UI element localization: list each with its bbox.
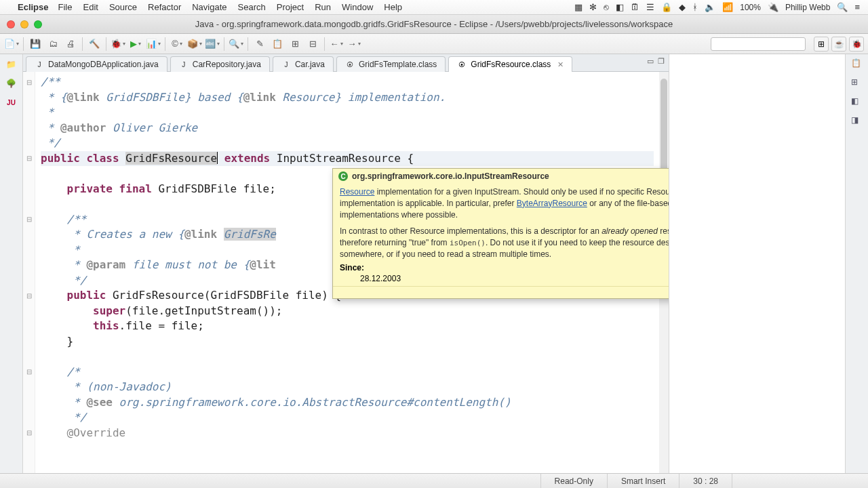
status-icon: 🗓	[631, 2, 639, 12]
debug-perspective-button[interactable]: 🐞	[849, 37, 864, 52]
java-file-icon: J	[35, 60, 44, 69]
javadoc-header: C org.springframework.core.io.InputStrea…	[333, 169, 669, 184]
run-button[interactable]: ▶	[128, 37, 143, 52]
view-icon[interactable]: ◧	[851, 96, 863, 108]
javadoc-since: Since: 28.12.2003	[333, 262, 669, 286]
toggle-button[interactable]: ✎	[252, 37, 267, 52]
left-trim: 📁 🌳 JU	[0, 54, 23, 473]
zoom-window-button[interactable]	[34, 20, 42, 28]
outline-panel	[669, 54, 845, 473]
menu-help[interactable]: Help	[384, 2, 402, 12]
menu-navigate[interactable]: Navigate	[192, 2, 226, 12]
back-button[interactable]: ←	[329, 37, 344, 52]
class-file-icon: ⦿	[457, 60, 467, 69]
tab-label: GridFsTemplate.class	[359, 60, 437, 69]
battery-icon: 🔌	[768, 2, 778, 12]
right-trim: 📋 ⊞ ◧ ◨	[845, 54, 868, 473]
menubar-right: ▦ ✻ ⎋ ◧ 🗓 ☰ 🔒 ◆ ᚼ 🔈 📶 100% 🔌 Phillip Web…	[574, 2, 860, 12]
main-area: 📁 🌳 JU JDataMongoDBApplication.java JCar…	[0, 54, 868, 473]
tab-carrepository[interactable]: JCarRepository.java	[170, 56, 270, 72]
app-name[interactable]: Eclipse	[18, 2, 49, 12]
menu-window[interactable]: Window	[342, 2, 373, 12]
java-file-icon: J	[179, 60, 189, 69]
volume-icon: 🔈	[705, 2, 715, 12]
perspective-switcher: ⊞ ☕ 🐞	[814, 37, 864, 52]
tab-tools: ▭ ❐	[647, 57, 665, 66]
view-icon[interactable]: ◨	[851, 115, 863, 127]
coverage-button[interactable]: 📊	[146, 37, 161, 52]
minimize-window-button[interactable]	[20, 20, 28, 28]
menu-source[interactable]: Source	[109, 2, 137, 12]
class-icon: C	[338, 171, 348, 181]
menu-file[interactable]: File	[58, 2, 73, 12]
battery-percent: 100%	[740, 3, 761, 12]
toggle-button[interactable]: ⊟	[305, 37, 320, 52]
javadoc-body: Resource implementation for a given Inpu…	[333, 184, 669, 262]
toggle-button[interactable]: ⊞	[288, 37, 302, 52]
status-icon: ☰	[646, 2, 654, 12]
type-hierarchy-icon[interactable]: 🌳	[5, 77, 18, 89]
junit-icon[interactable]: JU	[5, 96, 18, 108]
debug-button[interactable]: 🐞	[111, 37, 125, 52]
lock-icon: 🔒	[661, 2, 672, 12]
new-package-button[interactable]: 📦	[187, 37, 202, 52]
code-editor[interactable]: ⊟ ⊟ ⊟ ⊟ ⊟ ⊟ /** * {@link GridFSDBFile} b…	[23, 72, 669, 473]
java-file-icon: J	[281, 60, 291, 69]
javadoc-hover[interactable]: C org.springframework.core.io.InputStrea…	[332, 168, 669, 299]
forward-button[interactable]: →	[347, 37, 361, 52]
menu-edit[interactable]: Edit	[83, 2, 98, 12]
status-icon: ◆	[679, 2, 686, 12]
class-file-icon: ⦿	[345, 60, 355, 69]
status-icon: ▦	[574, 2, 583, 12]
status-readonly: Read-Only	[540, 474, 608, 488]
open-perspective-button[interactable]: ⊞	[814, 37, 829, 52]
tab-car[interactable]: JCar.java	[273, 56, 334, 72]
traffic-lights	[0, 20, 42, 28]
javadoc-fqn: org.springframework.core.io.InputStreamR…	[352, 171, 549, 181]
quick-access-input[interactable]	[711, 37, 806, 51]
bluetooth-icon: ᚼ	[692, 2, 698, 12]
tab-label: GridFsResource.class	[471, 60, 551, 69]
package-explorer-icon[interactable]: 📁	[5, 58, 18, 70]
tab-gridfsresource[interactable]: ⦿GridFsResource.class✕	[448, 56, 572, 72]
close-window-button[interactable]	[7, 20, 15, 28]
menu-project[interactable]: Project	[277, 2, 304, 12]
save-all-button[interactable]: 🗂	[45, 37, 60, 52]
task-list-icon[interactable]: 📋	[851, 58, 863, 70]
tab-gridfstemplate[interactable]: ⦿GridFsTemplate.class	[336, 56, 446, 72]
java-perspective-button[interactable]: ☕	[831, 37, 846, 52]
menu-search[interactable]: Search	[238, 2, 266, 12]
status-icon: ⎋	[604, 2, 609, 12]
menu-refactor[interactable]: Refactor	[148, 2, 181, 12]
tab-label: DataMongoDBApplication.java	[48, 60, 159, 69]
search-button[interactable]: 🔍	[229, 37, 243, 52]
editor-area: JDataMongoDBApplication.java JCarReposit…	[23, 54, 669, 473]
new-class-button[interactable]: ©	[170, 37, 184, 52]
close-icon[interactable]: ✕	[557, 60, 564, 69]
print-button[interactable]: 🖨	[63, 37, 78, 52]
menu-run[interactable]: Run	[315, 2, 331, 12]
fold-column: ⊟ ⊟ ⊟ ⊟ ⊟ ⊟	[23, 72, 35, 473]
status-icon: ◧	[616, 2, 624, 12]
open-type-button[interactable]: 🔤	[205, 37, 220, 52]
new-button[interactable]: 📄	[4, 37, 19, 52]
tab-label: Car.java	[295, 60, 325, 69]
save-button[interactable]: 💾	[28, 37, 43, 52]
tab-label: CarRepository.java	[193, 60, 261, 69]
build-button[interactable]: 🔨	[87, 37, 102, 52]
tab-datamongodbapplication[interactable]: JDataMongoDBApplication.java	[26, 56, 167, 72]
spotlight-icon[interactable]: 🔍	[837, 2, 848, 12]
minimize-view-icon[interactable]: ▭	[647, 57, 654, 66]
javadoc-link-bytearrayresource[interactable]: ByteArrayResource	[517, 199, 587, 208]
javadoc-link-resource[interactable]: Resource	[340, 187, 374, 197]
menu-icon[interactable]: ≡	[854, 2, 860, 12]
toggle-button[interactable]: 📋	[270, 37, 285, 52]
status-cursor-pos: 30 : 28	[679, 474, 732, 488]
window-titlebar: Java - org.springframework.data.mongodb.…	[0, 15, 868, 34]
maximize-view-icon[interactable]: ❐	[658, 57, 665, 66]
window-title: Java - org.springframework.data.mongodb.…	[0, 19, 868, 29]
wifi-icon: 📶	[722, 2, 733, 12]
outline-icon[interactable]: ⊞	[851, 77, 863, 89]
user-name[interactable]: Phillip Webb	[785, 3, 830, 12]
javadoc-footer: Press 'F2' for focus	[333, 286, 669, 298]
